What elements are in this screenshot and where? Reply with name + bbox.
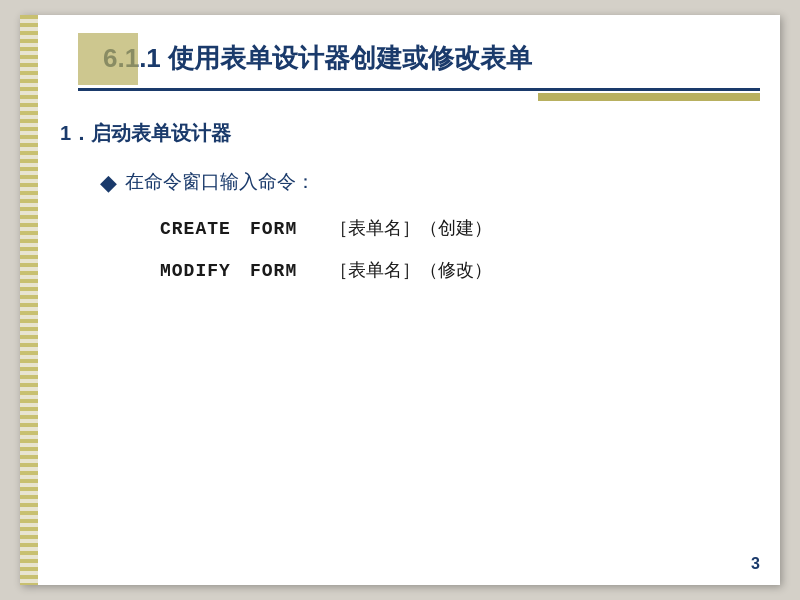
cmd-modify-desc: （修改） — [420, 258, 492, 282]
cmd-create-form: FORM — [250, 219, 330, 239]
section-heading: 启动表单设计器 — [91, 122, 231, 144]
bullet-text: 在命令窗口输入命令： — [125, 169, 315, 196]
page-number: 3 — [751, 555, 760, 573]
cmd-create-desc: （创建） — [420, 216, 492, 240]
cmd-modify-param: ［表单名］ — [330, 258, 420, 282]
slide: 6.1.1 使用表单设计器创建或修改表单 1．启动表单设计器 ◆ 在命令窗口输入… — [20, 15, 780, 585]
command-row-create: CREATE FORM ［表单名］ （创建） — [160, 216, 760, 240]
section-number: 1． — [60, 122, 91, 144]
header-accent-block — [78, 33, 138, 85]
command-row-modify: MODIFY FORM ［表单名］ （修改） — [160, 258, 760, 282]
header-line-accent — [538, 93, 760, 101]
slide-title: 6.1.1 使用表单设计器创建或修改表单 — [38, 33, 780, 76]
slide-header: 6.1.1 使用表单设计器创建或修改表单 — [38, 33, 780, 113]
left-stripe-decoration — [20, 15, 38, 585]
section-title: 1．启动表单设计器 — [60, 120, 760, 147]
header-line-primary — [78, 88, 760, 91]
cmd-modify-keyword: MODIFY — [160, 261, 250, 281]
slide-content: 1．启动表单设计器 ◆ 在命令窗口输入命令： CREATE FORM ［表单名］… — [60, 120, 760, 545]
bullet-item: ◆ 在命令窗口输入命令： — [100, 169, 760, 198]
cmd-modify-form: FORM — [250, 261, 330, 281]
cmd-create-keyword: CREATE — [160, 219, 250, 239]
cmd-create-param: ［表单名］ — [330, 216, 420, 240]
bullet-diamond-icon: ◆ — [100, 169, 117, 198]
command-table: CREATE FORM ［表单名］ （创建） MODIFY FORM ［表单名］… — [160, 216, 760, 282]
